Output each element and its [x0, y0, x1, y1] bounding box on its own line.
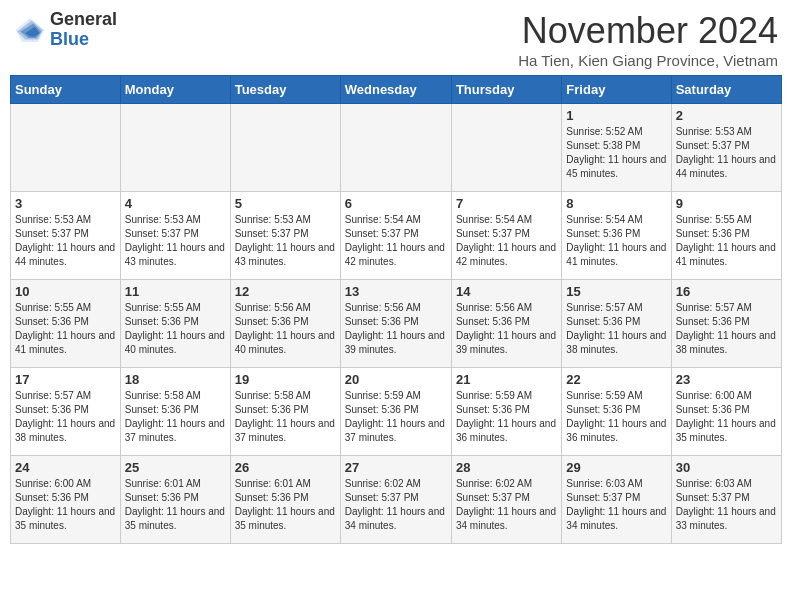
- day-cell-3: 3Sunrise: 5:53 AM Sunset: 5:37 PM Daylig…: [11, 192, 121, 280]
- day-number: 26: [235, 460, 336, 475]
- day-cell-10: 10Sunrise: 5:55 AM Sunset: 5:36 PM Dayli…: [11, 280, 121, 368]
- day-cell-7: 7Sunrise: 5:54 AM Sunset: 5:37 PM Daylig…: [451, 192, 561, 280]
- header-monday: Monday: [120, 76, 230, 104]
- day-number: 10: [15, 284, 116, 299]
- day-cell-20: 20Sunrise: 5:59 AM Sunset: 5:36 PM Dayli…: [340, 368, 451, 456]
- logo-general: General: [50, 10, 117, 30]
- day-number: 8: [566, 196, 666, 211]
- calendar-body: 1Sunrise: 5:52 AM Sunset: 5:38 PM Daylig…: [11, 104, 782, 544]
- day-number: 17: [15, 372, 116, 387]
- day-info: Sunrise: 6:01 AM Sunset: 5:36 PM Dayligh…: [125, 477, 226, 533]
- day-cell-2: 2Sunrise: 5:53 AM Sunset: 5:37 PM Daylig…: [671, 104, 781, 192]
- day-info: Sunrise: 5:54 AM Sunset: 5:36 PM Dayligh…: [566, 213, 666, 269]
- calendar-header: SundayMondayTuesdayWednesdayThursdayFrid…: [11, 76, 782, 104]
- title-block: November 2024 Ha Tien, Kien Giang Provin…: [518, 10, 778, 69]
- day-number: 11: [125, 284, 226, 299]
- day-number: 16: [676, 284, 777, 299]
- day-cell-30: 30Sunrise: 6:03 AM Sunset: 5:37 PM Dayli…: [671, 456, 781, 544]
- day-cell-1: 1Sunrise: 5:52 AM Sunset: 5:38 PM Daylig…: [562, 104, 671, 192]
- header-wednesday: Wednesday: [340, 76, 451, 104]
- location: Ha Tien, Kien Giang Province, Vietnam: [518, 52, 778, 69]
- day-number: 29: [566, 460, 666, 475]
- header-friday: Friday: [562, 76, 671, 104]
- day-info: Sunrise: 6:03 AM Sunset: 5:37 PM Dayligh…: [566, 477, 666, 533]
- day-cell-11: 11Sunrise: 5:55 AM Sunset: 5:36 PM Dayli…: [120, 280, 230, 368]
- month-title: November 2024: [518, 10, 778, 52]
- day-cell-23: 23Sunrise: 6:00 AM Sunset: 5:36 PM Dayli…: [671, 368, 781, 456]
- day-info: Sunrise: 6:00 AM Sunset: 5:36 PM Dayligh…: [676, 389, 777, 445]
- day-info: Sunrise: 5:57 AM Sunset: 5:36 PM Dayligh…: [566, 301, 666, 357]
- week-row-1: 1Sunrise: 5:52 AM Sunset: 5:38 PM Daylig…: [11, 104, 782, 192]
- logo-icon: [14, 14, 46, 46]
- page-header: General Blue November 2024 Ha Tien, Kien…: [10, 10, 782, 69]
- week-row-5: 24Sunrise: 6:00 AM Sunset: 5:36 PM Dayli…: [11, 456, 782, 544]
- day-cell-28: 28Sunrise: 6:02 AM Sunset: 5:37 PM Dayli…: [451, 456, 561, 544]
- empty-cell: [340, 104, 451, 192]
- day-info: Sunrise: 5:59 AM Sunset: 5:36 PM Dayligh…: [456, 389, 557, 445]
- day-cell-9: 9Sunrise: 5:55 AM Sunset: 5:36 PM Daylig…: [671, 192, 781, 280]
- day-info: Sunrise: 5:59 AM Sunset: 5:36 PM Dayligh…: [566, 389, 666, 445]
- day-info: Sunrise: 5:55 AM Sunset: 5:36 PM Dayligh…: [15, 301, 116, 357]
- day-number: 4: [125, 196, 226, 211]
- day-info: Sunrise: 5:53 AM Sunset: 5:37 PM Dayligh…: [125, 213, 226, 269]
- empty-cell: [451, 104, 561, 192]
- day-cell-29: 29Sunrise: 6:03 AM Sunset: 5:37 PM Dayli…: [562, 456, 671, 544]
- day-number: 15: [566, 284, 666, 299]
- day-cell-18: 18Sunrise: 5:58 AM Sunset: 5:36 PM Dayli…: [120, 368, 230, 456]
- day-info: Sunrise: 5:57 AM Sunset: 5:36 PM Dayligh…: [15, 389, 116, 445]
- day-info: Sunrise: 5:58 AM Sunset: 5:36 PM Dayligh…: [235, 389, 336, 445]
- day-cell-27: 27Sunrise: 6:02 AM Sunset: 5:37 PM Dayli…: [340, 456, 451, 544]
- empty-cell: [11, 104, 121, 192]
- day-info: Sunrise: 5:53 AM Sunset: 5:37 PM Dayligh…: [15, 213, 116, 269]
- day-info: Sunrise: 5:56 AM Sunset: 5:36 PM Dayligh…: [235, 301, 336, 357]
- calendar: SundayMondayTuesdayWednesdayThursdayFrid…: [10, 75, 782, 544]
- day-cell-21: 21Sunrise: 5:59 AM Sunset: 5:36 PM Dayli…: [451, 368, 561, 456]
- day-number: 24: [15, 460, 116, 475]
- day-info: Sunrise: 6:02 AM Sunset: 5:37 PM Dayligh…: [345, 477, 447, 533]
- day-cell-26: 26Sunrise: 6:01 AM Sunset: 5:36 PM Dayli…: [230, 456, 340, 544]
- day-info: Sunrise: 5:55 AM Sunset: 5:36 PM Dayligh…: [676, 213, 777, 269]
- day-info: Sunrise: 5:54 AM Sunset: 5:37 PM Dayligh…: [345, 213, 447, 269]
- day-number: 2: [676, 108, 777, 123]
- day-info: Sunrise: 6:03 AM Sunset: 5:37 PM Dayligh…: [676, 477, 777, 533]
- day-cell-22: 22Sunrise: 5:59 AM Sunset: 5:36 PM Dayli…: [562, 368, 671, 456]
- day-cell-24: 24Sunrise: 6:00 AM Sunset: 5:36 PM Dayli…: [11, 456, 121, 544]
- day-info: Sunrise: 5:54 AM Sunset: 5:37 PM Dayligh…: [456, 213, 557, 269]
- day-number: 13: [345, 284, 447, 299]
- day-cell-17: 17Sunrise: 5:57 AM Sunset: 5:36 PM Dayli…: [11, 368, 121, 456]
- header-sunday: Sunday: [11, 76, 121, 104]
- day-info: Sunrise: 5:58 AM Sunset: 5:36 PM Dayligh…: [125, 389, 226, 445]
- day-number: 14: [456, 284, 557, 299]
- day-info: Sunrise: 5:56 AM Sunset: 5:36 PM Dayligh…: [345, 301, 447, 357]
- day-cell-4: 4Sunrise: 5:53 AM Sunset: 5:37 PM Daylig…: [120, 192, 230, 280]
- empty-cell: [120, 104, 230, 192]
- header-tuesday: Tuesday: [230, 76, 340, 104]
- day-number: 3: [15, 196, 116, 211]
- day-info: Sunrise: 6:02 AM Sunset: 5:37 PM Dayligh…: [456, 477, 557, 533]
- day-cell-19: 19Sunrise: 5:58 AM Sunset: 5:36 PM Dayli…: [230, 368, 340, 456]
- day-number: 5: [235, 196, 336, 211]
- day-number: 9: [676, 196, 777, 211]
- day-info: Sunrise: 5:56 AM Sunset: 5:36 PM Dayligh…: [456, 301, 557, 357]
- logo-blue: Blue: [50, 30, 117, 50]
- day-number: 21: [456, 372, 557, 387]
- day-number: 28: [456, 460, 557, 475]
- header-thursday: Thursday: [451, 76, 561, 104]
- empty-cell: [230, 104, 340, 192]
- day-number: 6: [345, 196, 447, 211]
- day-number: 22: [566, 372, 666, 387]
- day-number: 30: [676, 460, 777, 475]
- day-number: 18: [125, 372, 226, 387]
- day-info: Sunrise: 5:53 AM Sunset: 5:37 PM Dayligh…: [676, 125, 777, 181]
- header-saturday: Saturday: [671, 76, 781, 104]
- day-cell-6: 6Sunrise: 5:54 AM Sunset: 5:37 PM Daylig…: [340, 192, 451, 280]
- day-info: Sunrise: 5:53 AM Sunset: 5:37 PM Dayligh…: [235, 213, 336, 269]
- day-cell-12: 12Sunrise: 5:56 AM Sunset: 5:36 PM Dayli…: [230, 280, 340, 368]
- logo: General Blue: [14, 10, 117, 50]
- day-info: Sunrise: 6:00 AM Sunset: 5:36 PM Dayligh…: [15, 477, 116, 533]
- day-number: 27: [345, 460, 447, 475]
- day-info: Sunrise: 6:01 AM Sunset: 5:36 PM Dayligh…: [235, 477, 336, 533]
- day-number: 1: [566, 108, 666, 123]
- day-cell-25: 25Sunrise: 6:01 AM Sunset: 5:36 PM Dayli…: [120, 456, 230, 544]
- day-cell-15: 15Sunrise: 5:57 AM Sunset: 5:36 PM Dayli…: [562, 280, 671, 368]
